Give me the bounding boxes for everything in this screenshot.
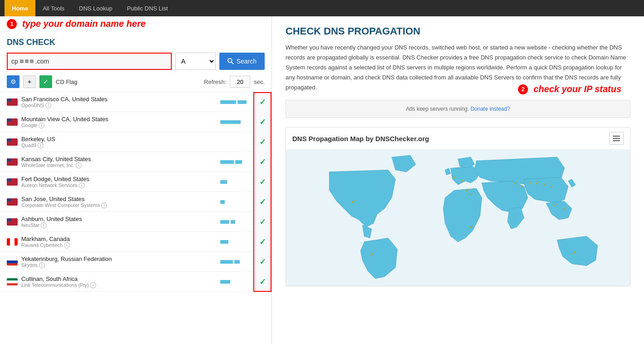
add-button[interactable]: +: [23, 75, 36, 88]
map-check: ✓: [469, 225, 473, 230]
search-input-wrapper[interactable]: cp .com: [7, 53, 172, 70]
flag-us: [7, 138, 18, 146]
info-icon[interactable]: i: [90, 282, 96, 288]
info-icon[interactable]: i: [45, 103, 51, 108]
server-info: Berkeley, US Quad9 i: [21, 136, 220, 148]
annotation2-text: check your IP status: [533, 84, 621, 94]
info-icon[interactable]: i: [101, 202, 107, 208]
map-check: ✓: [572, 251, 576, 256]
bar-container: [220, 100, 252, 104]
main-layout: 1 type your domain name here DNS CHECK c…: [0, 16, 644, 344]
sliders-button[interactable]: ⚙: [7, 75, 19, 88]
refresh-input[interactable]: [230, 76, 250, 88]
info-icon[interactable]: i: [76, 162, 82, 168]
map-header: DNS Propagation Map by DNSChecker.org: [286, 128, 630, 150]
server-row: San Francisco CA, United States OpenDNS …: [0, 92, 271, 112]
record-type-select[interactable]: A AAAA CNAME MX NS TXT SOA: [175, 53, 216, 70]
server-location: Kansas City, United States: [21, 156, 220, 162]
navbar: Home All Tools DNS Lookup Public DNS Lis…: [0, 0, 644, 16]
plus-icon: +: [28, 78, 31, 85]
bar: [220, 280, 230, 284]
continent-north-america: [329, 170, 396, 227]
search-icon: [228, 58, 234, 64]
nav-dns-lookup[interactable]: DNS Lookup: [72, 0, 120, 16]
map-check: ✓: [351, 199, 355, 204]
map-check: ✓: [563, 206, 567, 211]
left-panel: 1 type your domain name here DNS CHECK c…: [0, 16, 272, 344]
check-cell: ✓: [253, 172, 271, 192]
check-cell: ✓: [253, 272, 271, 292]
server-provider: Quad9 i: [21, 143, 220, 148]
info-icon[interactable]: i: [79, 182, 85, 188]
server-row: Kansas City, United States WholeSale Int…: [0, 152, 271, 172]
check-mark: ✓: [259, 257, 266, 267]
nav-all-tools[interactable]: All Tools: [35, 0, 72, 16]
info-icon[interactable]: i: [41, 222, 47, 228]
search-button[interactable]: Search: [219, 53, 265, 70]
info-icon[interactable]: i: [39, 123, 44, 128]
map-check: ✓: [553, 203, 557, 208]
input-dot-2: [25, 59, 29, 63]
india: [508, 207, 524, 229]
map-check: ✓: [535, 181, 539, 186]
check-mark: ✓: [259, 117, 266, 127]
info-icon[interactable]: i: [38, 143, 44, 148]
world-map-svg: ✓ ✓ ✓ ✓ ✓ ✓ ✓ ✓ ✓ ✓ ✓ ✓ ✓ ✓ ✓ ✓: [286, 150, 630, 286]
nav-home[interactable]: Home: [5, 0, 35, 16]
flag-ca: [7, 238, 18, 246]
bar: [220, 240, 228, 244]
server-row: Markham, Canada Ravand Cybertech i ↗ ✓: [0, 232, 271, 252]
dns-check-header: DNS CHECK: [0, 33, 271, 49]
server-info: Kansas City, United States WholeSale Int…: [21, 156, 220, 168]
server-info: Ashburn, United States NeuStar i: [21, 216, 220, 228]
bar: [220, 100, 236, 104]
bar-container: [220, 220, 252, 224]
svg-point-0: [228, 59, 232, 63]
bar-container: [220, 180, 252, 184]
check-cell: ✓: [253, 192, 271, 212]
map-menu-button[interactable]: [609, 132, 624, 145]
info-icon[interactable]: i: [39, 262, 45, 268]
se-asia: [546, 201, 572, 220]
annotation2-bubble: 2: [518, 84, 528, 94]
svg-line-1: [231, 62, 233, 64]
japan: [568, 179, 576, 187]
server-info: Fort Dodge, United States Aureon Network…: [21, 176, 220, 188]
map-section: DNS Propagation Map by DNSChecker.org: [286, 127, 630, 286]
map-check: ✓: [452, 175, 456, 180]
right-panel: CHECK DNS PROPAGATION Whether you have r…: [272, 16, 644, 344]
bar-container: [220, 280, 252, 284]
server-row: San Jose, United States Corporate West C…: [0, 192, 271, 212]
bar: [234, 260, 240, 264]
donate-link[interactable]: Donate instead?: [470, 106, 510, 112]
search-button-label: Search: [237, 58, 257, 65]
info-icon[interactable]: i: [64, 242, 70, 248]
check-button[interactable]: ✓: [39, 75, 52, 88]
input-dots: [20, 59, 34, 63]
nav-public-dns[interactable]: Public DNS List: [120, 0, 175, 16]
bar-container: [220, 200, 252, 204]
server-info: Yekaterinburg, Russian Federation Skydns…: [21, 256, 220, 268]
input-dot-1: [20, 59, 24, 63]
server-info: San Francisco CA, United States OpenDNS …: [21, 96, 220, 108]
server-provider: Corporate West Computer Systems i: [21, 202, 220, 208]
check-mark: ✓: [259, 277, 266, 287]
server-location: Fort Dodge, United States: [21, 176, 220, 182]
server-info: Markham, Canada Ravand Cybertech i: [21, 236, 220, 248]
toolbar-row: ⚙ + ✓ CD Flag Refresh: sec.: [0, 74, 271, 92]
refresh-unit: sec.: [254, 79, 265, 85]
flag-za: [7, 278, 18, 285]
flag-us: [7, 198, 18, 206]
map-check: ✓: [550, 185, 553, 190]
check-cell: ✓: [253, 112, 271, 132]
central-america: [363, 226, 372, 238]
server-location: Berkeley, US: [21, 136, 220, 143]
check-cell: ✓: [253, 232, 271, 252]
server-info: San Jose, United States Corporate West C…: [21, 196, 220, 208]
annotation2-row: 2 check your IP status: [518, 84, 621, 94]
annotation1-text: type your domain name here: [22, 19, 145, 29]
server-provider: Aureon Network Services i: [21, 182, 220, 188]
server-provider: Google i: [21, 123, 220, 128]
bar-container: [220, 260, 252, 264]
flag-ru: [7, 258, 18, 265]
